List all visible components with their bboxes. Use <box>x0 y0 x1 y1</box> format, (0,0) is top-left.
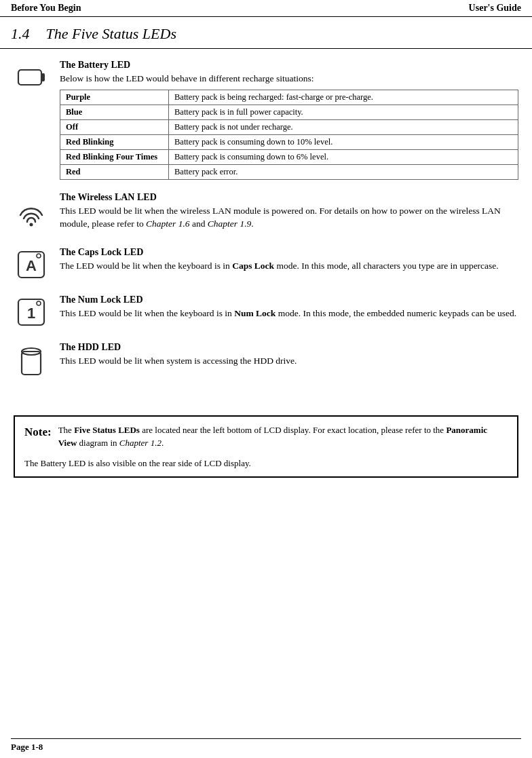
svg-point-5 <box>37 254 41 258</box>
note-box: Note: The Five Status LEDs are located n… <box>14 415 518 478</box>
battery-led-content: The Battery LED Below is how the LED wou… <box>60 60 518 180</box>
battery-led-title: The Battery LED <box>60 60 518 71</box>
table-row: Red Blinking Four TimesBattery pack is c… <box>60 149 518 164</box>
capslock-led-desc: The LED would be lit when the keyboard i… <box>60 259 518 273</box>
table-cell-label: Red Blinking <box>60 134 169 149</box>
table-cell-label: Blue <box>60 105 169 119</box>
page-header: Before You Begin User's Guide <box>0 0 532 17</box>
hdd-led-desc: This LED would be lit when system is acc… <box>60 354 518 368</box>
numlock-led-icon: 1 <box>14 295 49 330</box>
note-text: The Five Status LEDs are located near th… <box>58 423 508 450</box>
battery-table: PurpleBattery pack is being recharged: f… <box>60 90 518 180</box>
table-cell-label: Red Blinking Four Times <box>60 149 169 164</box>
hdd-led-content: The HDD LED This LED would be lit when s… <box>60 342 518 372</box>
table-row: OffBattery pack is not under recharge. <box>60 119 518 134</box>
table-cell-value: Battery pack is consuming down to 10% le… <box>169 134 518 149</box>
capslock-led-entry: A The Caps Lock LED The LED would be lit… <box>14 247 518 282</box>
svg-point-2 <box>30 223 33 226</box>
numlock-icon: 1 <box>16 297 46 330</box>
table-cell-value: Battery pack error. <box>169 164 518 179</box>
capslock-icon: A <box>16 250 46 282</box>
wireless-led-desc: This LED would be lit when the wireless … <box>60 204 518 231</box>
page-number: Page 1-8 <box>11 742 43 752</box>
table-cell-value: Battery pack is being recharged: fast-ch… <box>169 90 518 105</box>
numlock-led-content: The Num Lock LED This LED would be lit w… <box>60 295 518 324</box>
table-cell-label: Off <box>60 119 169 134</box>
capslock-led-icon: A <box>14 247 49 282</box>
table-cell-value: Battery pack is consuming down to 6% lev… <box>169 149 518 164</box>
note-label: Note: <box>24 423 52 441</box>
table-cell-value: Battery pack is not under recharge. <box>169 119 518 134</box>
table-row: Red BlinkingBattery pack is consuming do… <box>60 134 518 149</box>
wireless-led-entry: The Wireless LAN LED This LED would be l… <box>14 192 518 235</box>
hdd-led-title: The HDD LED <box>60 342 518 353</box>
table-cell-label: Purple <box>60 90 169 105</box>
main-content: The Battery LED Below is how the LED wou… <box>0 49 532 403</box>
svg-rect-0 <box>18 70 41 85</box>
capslock-led-title: The Caps Lock LED <box>60 247 518 258</box>
battery-led-entry: The Battery LED Below is how the LED wou… <box>14 60 518 180</box>
numlock-led-desc: This LED would be lit when the keyboard … <box>60 307 518 320</box>
wireless-led-title: The Wireless LAN LED <box>60 192 518 203</box>
capslock-led-content: The Caps Lock LED The LED would be lit w… <box>60 247 518 277</box>
wireless-led-content: The Wireless LAN LED This LED would be l… <box>60 192 518 235</box>
table-cell-value: Battery pack is in full power capacity. <box>169 105 518 119</box>
section-name: The Five Status LEDs <box>46 25 177 43</box>
battery-led-desc: Below is how the LED would behave in dif… <box>60 72 518 86</box>
table-row: RedBattery pack error. <box>60 164 518 179</box>
table-row: PurpleBattery pack is being recharged: f… <box>60 90 518 105</box>
svg-point-8 <box>37 301 41 305</box>
battery-led-icon <box>14 60 49 92</box>
wireless-icon <box>14 195 49 230</box>
wireless-led-icon <box>14 192 49 230</box>
section-title-bar: 1.4 The Five Status LEDs <box>0 17 532 49</box>
hdd-icon <box>16 345 46 380</box>
numlock-led-title: The Num Lock LED <box>60 295 518 305</box>
page-footer: Page 1-8 <box>11 738 521 753</box>
svg-rect-1 <box>41 73 45 81</box>
header-right: User's Guide <box>469 3 521 14</box>
hdd-led-icon <box>14 342 49 380</box>
table-cell-label: Red <box>60 164 169 179</box>
battery-icon <box>16 62 46 92</box>
hdd-led-entry: The HDD LED This LED would be lit when s… <box>14 342 518 380</box>
svg-text:A: A <box>26 257 37 274</box>
numlock-led-entry: 1 The Num Lock LED This LED would be lit… <box>14 295 518 330</box>
section-number: 1.4 <box>11 25 30 43</box>
table-row: BlueBattery pack is in full power capaci… <box>60 105 518 119</box>
note-text2: The Battery LED is also visible on the r… <box>24 457 508 470</box>
header-left: Before You Begin <box>11 3 81 14</box>
note-box-header: Note: The Five Status LEDs are located n… <box>24 423 508 450</box>
svg-text:1: 1 <box>27 305 35 322</box>
